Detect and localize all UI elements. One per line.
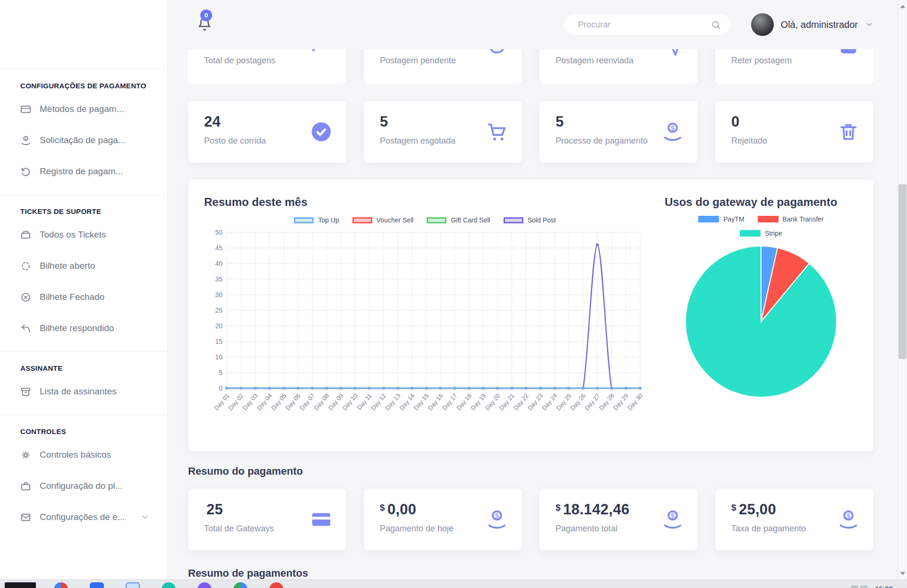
svg-text:Day 30: Day 30 — [626, 392, 644, 411]
notification-badge: 0 — [200, 9, 212, 21]
notifications-button[interactable]: 0 — [197, 17, 212, 33]
sidebar-item-label: Todos os Tickets — [40, 230, 106, 240]
sidebar-item-registro-pagamento[interactable]: Registro de pagam... — [0, 156, 167, 187]
taskbar-app-icon-editor[interactable] — [126, 582, 140, 588]
legend-item-paytm[interactable]: PayTM — [698, 215, 744, 223]
archive-icon — [20, 386, 31, 397]
legend-label: Bank Transfer — [783, 215, 824, 223]
svg-text:Day 03: Day 03 — [241, 392, 259, 411]
sidebar-item-label: Bilhete aberto — [40, 261, 95, 271]
gateway-usage-chart-section: Usos do gateway de pagamento PayTM Bank … — [665, 195, 857, 436]
taskbar-app-icon-red[interactable] — [269, 582, 283, 588]
svg-text:Day 08: Day 08 — [313, 392, 331, 411]
stats-row: 24 Posto de corrida 5 Postagem esgotada … — [188, 101, 873, 162]
legend-swatch — [758, 216, 779, 222]
search-box — [564, 14, 730, 35]
taskbar-app-icon-teal[interactable] — [162, 582, 176, 588]
taskbar-app-icon-purple[interactable] — [197, 582, 212, 588]
box-icon — [838, 49, 859, 57]
taskbar: 15:20 — [0, 579, 907, 588]
legend-item-stripe[interactable]: Stripe — [740, 230, 782, 237]
sidebar-item-bilhete-fechado[interactable]: Bilhete Fechado — [0, 281, 167, 313]
sidebar-item-label: Lista de assinantes — [40, 386, 117, 397]
tickets-icon — [20, 230, 31, 240]
sidebar-item-controles-basicos[interactable]: Controles básicos — [0, 439, 167, 470]
main-area: 0 Olá, administrador Total de p — [168, 0, 907, 588]
scrollbar[interactable] — [898, 0, 907, 579]
tray-icon — [861, 586, 867, 588]
chevron-down-icon — [141, 513, 149, 521]
taskbar-tray: 15:20 — [851, 582, 893, 588]
svg-text:Day 09: Day 09 — [327, 392, 345, 411]
circle-dashed-icon — [20, 261, 31, 272]
sidebar-item-todos-tickets[interactable]: Todos os Tickets — [0, 219, 167, 250]
sidebar-item-bilhete-respondido[interactable]: Bilhete respondido — [0, 313, 167, 344]
svg-text:20: 20 — [215, 322, 222, 330]
legend-item-top-up[interactable]: Top Up — [294, 216, 339, 224]
taskbar-clock[interactable]: 15:20 — [875, 585, 893, 588]
briefcase-icon — [20, 481, 31, 492]
system-tray[interactable] — [851, 586, 867, 588]
stat-card-pagamento-hoje: $0,00 Pagamento de hoje — [364, 489, 522, 550]
currency-prefix: $ — [556, 503, 561, 512]
mail-icon — [20, 512, 31, 523]
svg-text:Day 10: Day 10 — [341, 392, 359, 411]
stat-value: 25,00 — [739, 501, 776, 518]
stat-card-taxa-pagamento: $25,00 Taxa de pagamento — [715, 489, 873, 550]
search-input[interactable] — [577, 19, 711, 30]
topbar: 0 Olá, administrador — [168, 0, 907, 49]
svg-text:Day 14: Day 14 — [398, 392, 416, 411]
stat-card-postagem-esgotada: 5 Postagem esgotada — [364, 101, 522, 162]
check-circle-icon — [310, 121, 332, 143]
svg-text:Day 15: Day 15 — [412, 392, 430, 411]
sidebar-heading-payment-settings: CONFIGURAÇÕES DE PAGAMENTO — [0, 69, 167, 94]
svg-text:15: 15 — [215, 338, 222, 345]
sidebar-item-label: Registro de pagam... — [40, 166, 123, 177]
avatar — [751, 13, 774, 36]
sidebar-item-bilhete-aberto[interactable]: Bilhete aberto — [0, 250, 167, 281]
stat-label: Total de postagens — [204, 56, 330, 66]
activity-icon — [310, 49, 332, 57]
stat-value: 25 — [206, 501, 223, 518]
hand-dollar-icon — [662, 121, 684, 143]
legend-swatch — [352, 217, 372, 223]
sidebar-heading-subscriber: ASSINANTE — [0, 352, 167, 376]
sidebar-item-lista-assinantes[interactable]: Lista de assinantes — [0, 376, 167, 407]
legend-label: PayTM — [723, 215, 744, 223]
svg-text:Day 18: Day 18 — [455, 392, 473, 411]
taskbar-start-button[interactable] — [5, 582, 36, 588]
legend-swatch — [504, 217, 523, 223]
svg-text:Day 27: Day 27 — [583, 392, 601, 411]
svg-text:Day 02: Day 02 — [227, 392, 245, 411]
legend-item-bank-transfer[interactable]: Bank Transfer — [758, 215, 824, 223]
pie-chart-legend-row1: PayTM Bank Transfer — [665, 215, 857, 223]
taskbar-app-icon-browser2[interactable] — [233, 582, 248, 588]
taskbar-app-icon-files[interactable] — [90, 582, 104, 588]
app-window: CONFIGURAÇÕES DE PAGAMENTO Métodos de pa… — [0, 0, 907, 588]
svg-text:45: 45 — [215, 244, 222, 252]
scroll-up-arrow[interactable] — [898, 1, 907, 11]
reply-icon — [20, 323, 31, 334]
search-icon[interactable] — [711, 20, 721, 30]
legend-label: Sold Post — [528, 216, 556, 224]
tray-icon — [851, 586, 858, 588]
svg-text:Day 06: Day 06 — [284, 392, 302, 411]
sidebar-item-metodos-pagamento[interactable]: Métodos de pagam... — [0, 94, 167, 125]
sidebar-item-solicitacao-pagamento[interactable]: Solicitação de paga... — [0, 125, 167, 156]
scroll-down-arrow[interactable] — [898, 568, 907, 579]
legend-label: Top Up — [318, 216, 339, 224]
legend-item-sold-post[interactable]: Sold Post — [504, 216, 556, 224]
history-icon — [20, 166, 31, 177]
taskbar-app-icon-browser[interactable] — [54, 582, 68, 588]
taskbar-icons — [54, 582, 283, 588]
user-menu[interactable]: Olá, administrador — [751, 13, 873, 36]
sidebar-item-configuracoes-email[interactable]: Configurações de e... — [0, 502, 167, 533]
legend-item-gift-card-sell[interactable]: Gift Card Sell — [427, 216, 490, 224]
scrollbar-thumb[interactable] — [898, 184, 907, 359]
topbar-right: Olá, administrador — [564, 13, 873, 36]
svg-text:35: 35 — [215, 275, 222, 283]
sidebar-item-configuracao-plugin[interactable]: Configuração do pl... — [0, 470, 167, 502]
sidebar-item-label: Controles básicos — [40, 450, 111, 460]
legend-item-voucher-sell[interactable]: Voucher Sell — [352, 216, 414, 224]
gears-icon — [20, 450, 31, 460]
